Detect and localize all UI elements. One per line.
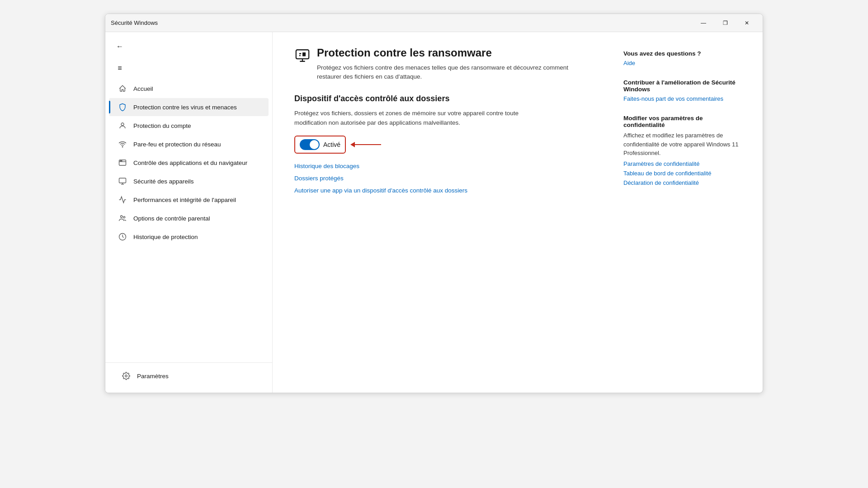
content-area: Protection contre les ransomware Protége… xyxy=(273,32,763,393)
chart-icon xyxy=(118,195,127,204)
titlebar: Sécurité Windows — ❐ ✕ xyxy=(105,14,763,32)
content-main: Protection contre les ransomware Protége… xyxy=(294,47,596,378)
contribuer-title: Contribuer à l'amélioration de Sécurité … xyxy=(623,79,741,93)
sidebar-item-parametres[interactable]: Paramètres xyxy=(113,367,265,385)
svg-point-9 xyxy=(121,216,123,218)
sidebar-item-parental[interactable]: Options de contrôle parental xyxy=(109,209,269,227)
toggle-container: Activé xyxy=(294,136,596,154)
sidebar-item-appareils-label: Sécurité des appareils xyxy=(133,178,194,185)
right-sidebar: Vous avez des questions ? Aide Contribue… xyxy=(623,47,741,378)
gear-icon xyxy=(122,371,131,380)
arrow-indicator xyxy=(354,144,381,145)
toggle-label: Activé xyxy=(323,141,340,148)
declaration-conf-link[interactable]: Déclaration de confidentialité xyxy=(623,179,741,186)
sidebar-item-parental-label: Options de contrôle parental xyxy=(133,215,210,222)
page-icon xyxy=(294,47,311,64)
questions-title: Vous avez des questions ? xyxy=(623,50,741,57)
page-header: Protection contre les ransomware Protége… xyxy=(294,47,596,81)
sidebar: ← ≡ Accueil xyxy=(105,32,273,393)
svg-point-5 xyxy=(121,160,122,161)
minimize-button[interactable]: — xyxy=(693,16,714,30)
sidebar-item-historique[interactable]: Historique de protection xyxy=(109,228,269,246)
contribuer-section: Contribuer à l'amélioration de Sécurité … xyxy=(623,79,741,102)
toggle-knob xyxy=(310,140,319,149)
section-desc: Protégez vos fichiers, dossiers et zones… xyxy=(294,109,547,127)
sidebar-item-virus-label: Protection contre les virus et menaces xyxy=(133,104,237,111)
autoriser-app-link[interactable]: Autoriser une app via un dispositif d'ac… xyxy=(294,187,596,194)
browser-icon xyxy=(118,158,127,167)
sidebar-item-performances[interactable]: Performances et intégrité de l'appareil xyxy=(109,191,269,209)
toggle-highlight: Activé xyxy=(294,136,346,154)
maximize-button[interactable]: ❐ xyxy=(715,16,736,30)
svg-point-1 xyxy=(122,146,123,147)
confidentialite-desc: Affichez et modifiez les paramètres de c… xyxy=(623,131,741,158)
sidebar-item-compte-label: Protection du compte xyxy=(133,122,191,129)
window-controls: — ❐ ✕ xyxy=(693,16,757,30)
arrow-line xyxy=(354,144,381,145)
sidebar-item-accueil-label: Accueil xyxy=(133,85,153,92)
svg-point-10 xyxy=(123,216,125,218)
home-icon xyxy=(118,84,127,93)
commentaires-link[interactable]: Faites-nous part de vos commentaires xyxy=(623,95,741,102)
tableau-conf-link[interactable]: Tableau de bord de confidentialité xyxy=(623,170,741,177)
svg-point-12 xyxy=(125,375,127,377)
aide-link[interactable]: Aide xyxy=(623,60,741,66)
monitor-icon xyxy=(118,177,127,186)
close-button[interactable]: ✕ xyxy=(736,16,757,30)
sidebar-item-virus[interactable]: Protection contre les virus et menaces xyxy=(109,98,269,116)
wifi-icon xyxy=(118,140,127,149)
sidebar-item-parefeu-label: Pare-feu et protection du réseau xyxy=(133,141,221,148)
dossiers-proteges-link[interactable]: Dossiers protégés xyxy=(294,175,596,182)
questions-section: Vous avez des questions ? Aide xyxy=(623,50,741,66)
sidebar-item-historique-label: Historique de protection xyxy=(133,234,198,240)
historique-blocages-link[interactable]: Historique des blocages xyxy=(294,163,596,169)
page-title: Protection contre les ransomware xyxy=(317,47,579,60)
main-layout: ← ≡ Accueil xyxy=(105,32,763,393)
parametres-conf-link[interactable]: Paramètres de confidentialité xyxy=(623,160,741,167)
hamburger-button[interactable]: ≡ xyxy=(113,61,127,75)
window-title: Sécurité Windows xyxy=(111,19,158,26)
svg-point-0 xyxy=(121,123,124,126)
page-subtitle: Protégez vos fichiers contre des menaces… xyxy=(317,63,579,82)
links-list: Historique des blocages Dossiers protégé… xyxy=(294,163,596,194)
sidebar-item-accueil[interactable]: Accueil xyxy=(109,80,269,98)
sidebar-item-parametres-label: Paramètres xyxy=(137,373,169,380)
sidebar-item-compte[interactable]: Protection du compte xyxy=(109,117,269,135)
sidebar-item-appareils[interactable]: Sécurité des appareils xyxy=(109,172,269,190)
sidebar-item-parefeu[interactable]: Pare-feu et protection du réseau xyxy=(109,135,269,153)
sidebar-item-apps-label: Contrôle des applications et du navigate… xyxy=(133,160,247,166)
confidentialite-section: Modifier vos paramètres de confidentiali… xyxy=(623,115,741,186)
svg-point-4 xyxy=(120,160,121,161)
sidebar-item-performances-label: Performances et intégrité de l'appareil xyxy=(133,197,236,203)
svg-rect-16 xyxy=(302,52,306,56)
confidentialite-title: Modifier vos paramètres de confidentiali… xyxy=(623,115,741,128)
back-button[interactable]: ← xyxy=(113,39,127,54)
section-title: Dispositif d'accès contrôlé aux dossiers xyxy=(294,94,596,103)
nav-items: Accueil Protection contre les virus et m… xyxy=(105,79,272,362)
family-icon xyxy=(118,214,127,223)
sidebar-item-apps[interactable]: Contrôle des applications et du navigate… xyxy=(109,154,269,172)
shield-icon xyxy=(118,103,127,112)
controlled-folder-toggle[interactable] xyxy=(300,139,320,150)
page-title-block: Protection contre les ransomware Protége… xyxy=(317,47,579,81)
svg-rect-6 xyxy=(119,178,126,183)
sidebar-bottom: Paramètres xyxy=(105,362,272,393)
person-icon xyxy=(118,121,127,130)
clock-icon xyxy=(118,232,127,241)
app-window: Sécurité Windows — ❐ ✕ ← ≡ xyxy=(105,14,763,393)
sidebar-top: ← xyxy=(105,36,272,57)
